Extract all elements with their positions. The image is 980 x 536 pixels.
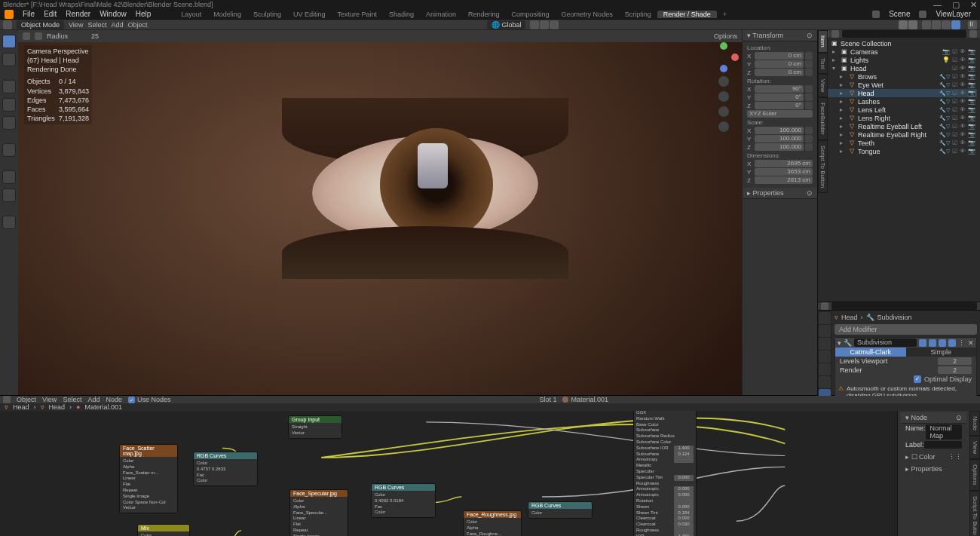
hide-icon[interactable]: 👁	[960, 57, 966, 63]
disable-icon[interactable]: 📷	[968, 98, 975, 105]
exclude-icon[interactable]: ☑	[952, 115, 957, 121]
hide-icon[interactable]: 👁	[960, 131, 966, 138]
node-object-selector[interactable]: Object	[17, 396, 36, 403]
workspace-tab[interactable]: Geometry Nodes	[556, 11, 619, 18]
add-menu[interactable]: Add	[111, 21, 123, 29]
hide-icon[interactable]: 👁	[960, 148, 966, 155]
radius-value[interactable]: 25	[72, 32, 118, 40]
mod-editmode-icon[interactable]	[919, 339, 926, 347]
scale-tool-icon[interactable]	[2, 116, 16, 130]
exclude-icon[interactable]: ☑	[952, 123, 957, 130]
node-label-field[interactable]	[924, 441, 962, 449]
node-add-menu[interactable]: Add	[87, 396, 100, 403]
exclude-icon[interactable]: ☑	[952, 57, 957, 63]
scene-tab-icon[interactable]	[819, 351, 831, 363]
workspace-tab[interactable]: Render / Shade	[657, 11, 717, 18]
outliner-row[interactable]: ▸▽Teeth🔧▽☑👁📷	[821, 139, 977, 147]
exclude-icon[interactable]: ☑	[952, 98, 957, 105]
outliner-row[interactable]: ▸▣Lights💡☑👁📷	[821, 56, 977, 64]
npanel-tab[interactable]: View	[818, 74, 828, 97]
snap-icon[interactable]	[540, 20, 549, 29]
select-menu[interactable]: Select	[87, 21, 106, 29]
use-nodes-check[interactable]: ✓	[128, 397, 135, 403]
menu-render[interactable]: Render	[66, 10, 90, 18]
node-scatter_tex[interactable]: Face_Scatter map.jpgColorAlphaFace_Scatt…	[119, 444, 178, 513]
transform-field[interactable]: Y100.000	[747, 135, 813, 142]
xray-icon[interactable]	[908, 20, 917, 29]
exclude-icon[interactable]: ☑	[952, 106, 957, 113]
matprev-icon[interactable]	[942, 20, 951, 29]
outliner[interactable]: ▾▣ Scene Collection ▸▣Cameras📷☑👁📷▸▣Light…	[818, 38, 980, 302]
node-props-toggle[interactable]: ▸ Properties	[905, 465, 942, 473]
mode-selector[interactable]: Object Mode	[17, 20, 64, 29]
zoom-gizmo-icon[interactable]	[718, 75, 730, 87]
workspace-tab[interactable]: Scripting	[619, 11, 657, 18]
hide-icon[interactable]: 👁	[960, 123, 966, 130]
workspace-tab[interactable]: Shading	[383, 11, 420, 18]
node-canvas[interactable]: GGXRandom WalkBase ColorSubsurfaceSubsur…	[0, 411, 897, 536]
node-spec_tex[interactable]: Face_Specular.jpgColorAlphaFace_Specular…	[289, 489, 348, 536]
node-rough_tex[interactable]: Face_Roughness.jpgColorAlphaFace_Roughne…	[463, 510, 522, 536]
disable-icon[interactable]: 📷	[968, 81, 975, 88]
workspace-tab[interactable]: Texture Paint	[331, 11, 383, 18]
output-tab-icon[interactable]	[819, 325, 831, 337]
maximize-icon[interactable]: ▢	[952, 0, 960, 10]
annotate-tool-icon[interactable]	[2, 170, 16, 184]
principled-bsdf-inputs[interactable]: GGXRandom WalkBase ColorSubsurfaceSubsur…	[633, 411, 697, 536]
pin2-icon[interactable]: ⊙	[807, 189, 813, 197]
shader-input-row[interactable]: Specular Tint0.000	[634, 475, 696, 481]
workspace-tab[interactable]: UV Editing	[287, 11, 332, 18]
rendered-icon[interactable]	[951, 20, 960, 29]
node-presets-icon[interactable]: ⋮⋮	[948, 453, 962, 461]
lock-icon[interactable]	[805, 143, 813, 151]
nav-gizmo[interactable]	[709, 42, 739, 133]
menu-help[interactable]: Help	[136, 10, 152, 18]
menu-window[interactable]: Window	[100, 10, 127, 18]
move-tool-icon[interactable]	[2, 80, 16, 93]
outliner-root[interactable]: ▾▣ Scene Collection	[821, 39, 977, 47]
shader-input-row[interactable]: Subsurface	[634, 427, 696, 433]
node-color-toggle[interactable]: ▸ ☐ Color	[905, 453, 936, 461]
scene-name[interactable]: Scene	[884, 10, 914, 18]
disable-icon[interactable]: 📷	[968, 48, 975, 55]
measure-tool-icon[interactable]	[2, 188, 16, 202]
hide-icon[interactable]: 👁	[960, 73, 966, 80]
node-npanel-tab[interactable]: Script To Butto	[969, 491, 980, 536]
shader-input-row[interactable]: Metallic	[634, 463, 696, 469]
view-menu[interactable]: View	[69, 21, 83, 29]
transform-field[interactable]: X90°	[747, 85, 813, 93]
display-mode-icon[interactable]	[831, 30, 839, 38]
disable-icon[interactable]: 📷	[968, 123, 975, 130]
lock-icon[interactable]	[805, 52, 813, 60]
hide-icon[interactable]: 👁	[960, 81, 966, 88]
proportional-icon[interactable]	[550, 20, 559, 29]
shader-input-row[interactable]: Sheen Tint0.184	[634, 510, 696, 516]
workspace-tab[interactable]: Layout	[175, 11, 207, 18]
shader-input-row[interactable]: Subsurface IOR1.400	[634, 446, 696, 452]
exclude-icon[interactable]: ☑	[952, 90, 957, 96]
mod-realtime-icon[interactable]	[929, 339, 936, 347]
disable-icon[interactable]: 📷	[968, 73, 975, 80]
shader-input-row[interactable]: Subsurface Color	[634, 440, 696, 446]
exclude-icon[interactable]: ☑	[952, 131, 957, 138]
persp-gizmo-icon[interactable]	[718, 121, 730, 133]
node-rgb2[interactable]: RGB CurvesColor 0.4092 0.0184FacColor	[371, 483, 436, 518]
transform-field[interactable]: Z0 cm	[747, 69, 813, 76]
disable-icon[interactable]: 📷	[968, 131, 975, 138]
transform-field[interactable]: Y0°	[747, 93, 813, 101]
transform-field[interactable]: Y3653 cm	[747, 168, 813, 176]
node-rgb1[interactable]: RGB CurvesColor 0.4757 0.2833FacColor	[193, 452, 258, 486]
npanel-tab[interactable]: Item	[818, 30, 828, 53]
viewlayer-name[interactable]: ViewLayer	[931, 10, 975, 18]
workspace-tab[interactable]: Modeling	[207, 11, 247, 18]
shader-input-row[interactable]: Clearcoat Roughness0.030	[634, 522, 696, 534]
shader-input-row[interactable]: GGX	[634, 411, 696, 416]
viewlayer-tab-icon[interactable]	[819, 338, 831, 350]
outliner-row[interactable]: ▸▽Realtime Eyeball Right🔧▽☑👁📷	[821, 130, 977, 139]
shader-input-row[interactable]: Specular	[634, 469, 696, 475]
lock-icon[interactable]	[805, 127, 813, 134]
transform-field[interactable]: Z100.000	[747, 143, 813, 151]
modifier-name-field[interactable]: Subdivision	[854, 338, 917, 347]
rotation-mode[interactable]: XYZ Euler	[747, 110, 813, 118]
pivot-icon[interactable]	[530, 20, 539, 29]
